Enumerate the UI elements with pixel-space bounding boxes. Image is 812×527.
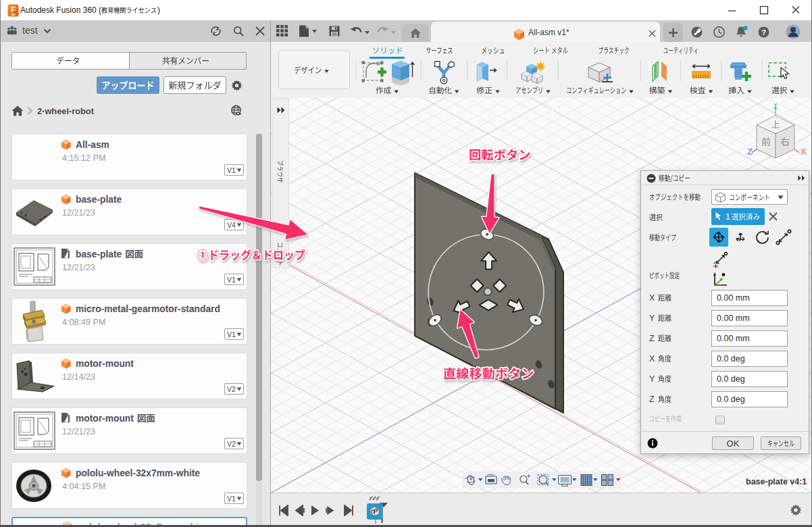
svg-text:motor-mount: motor-mount <box>76 413 134 424</box>
svg-text:X: X <box>649 354 655 363</box>
svg-text:micro-metal-gearmotor-standard: micro-metal-gearmotor-standard <box>76 304 220 314</box>
svg-text:X: X <box>649 293 655 303</box>
svg-text:Z: Z <box>649 334 655 343</box>
svg-text:?: ? <box>761 28 766 36</box>
svg-text:All-asm: All-asm <box>76 140 109 150</box>
svg-text:Y: Y <box>649 374 655 384</box>
svg-text:1: 1 <box>726 212 730 222</box>
svg-text:Y: Y <box>649 313 655 323</box>
svg-text:base-plate: base-plate <box>76 249 122 259</box>
svg-text:X: X <box>801 147 807 157</box>
svg-text:Z: Z <box>649 395 655 404</box>
svg-text:Z: Z <box>747 147 753 157</box>
svg-text:base-plate: base-plate <box>76 195 122 205</box>
svg-text:motor-mount: motor-mount <box>76 359 134 369</box>
svg-text:pololu-wheel-32x7mm-white: pololu-wheel-32x7mm-white <box>76 468 200 478</box>
